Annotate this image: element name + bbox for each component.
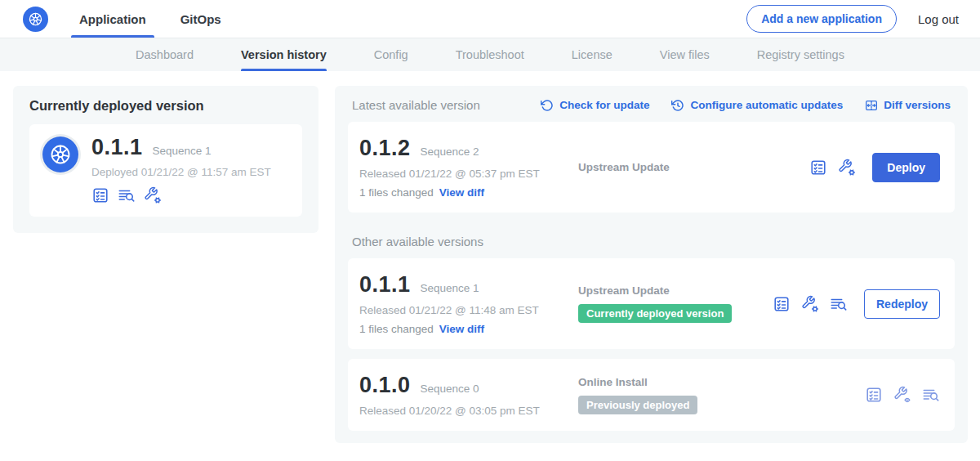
subnav-tab-license[interactable]: License — [572, 38, 612, 71]
version-number: 0.1.2 — [359, 136, 411, 161]
version-row-0-1-0: 0.1.0 Sequence 0 Released 01/20/22 @ 03:… — [348, 359, 955, 431]
currently-deployed-title: Currently deployed version — [29, 98, 302, 114]
deploy-logs-icon[interactable] — [922, 386, 940, 404]
version-sequence: Sequence 2 — [421, 145, 479, 158]
subnav-tab-config[interactable]: Config — [374, 38, 408, 71]
top-header: Application GitOps Add a new application… — [0, 0, 980, 38]
diff-versions-link[interactable]: Diff versions — [865, 99, 951, 112]
config-icon[interactable] — [801, 295, 819, 313]
deploy-button[interactable]: Deploy — [872, 153, 940, 182]
other-available-title: Other available versions — [352, 235, 951, 248]
add-application-button[interactable]: Add a new application — [746, 5, 897, 33]
version-released: Released 01/21/22 @ 05:37 pm EST — [359, 168, 578, 180]
subnav: Dashboard Version history Config Trouble… — [0, 38, 980, 71]
logout-button[interactable]: Log out — [918, 12, 959, 26]
diff-versions-label: Diff versions — [884, 99, 951, 111]
tab-application[interactable]: Application — [79, 0, 146, 38]
version-source: Upstream Update — [578, 284, 773, 297]
version-released: Released 01/21/22 @ 11:48 am EST — [359, 304, 578, 316]
previously-deployed-badge: Previously deployed — [578, 396, 697, 414]
auto-update-icon — [671, 99, 684, 112]
release-notes-icon[interactable] — [865, 386, 883, 404]
currently-deployed-card: Currently deployed version 0.1.1 Sequen — [13, 86, 318, 233]
release-notes-icon[interactable] — [91, 186, 109, 204]
main-content: Currently deployed version 0.1.1 Sequen — [0, 71, 980, 443]
currently-deployed-badge: Currently deployed version — [578, 304, 732, 323]
subnav-tab-registry-settings[interactable]: Registry settings — [757, 38, 844, 71]
files-changed: 1 files changed — [359, 186, 434, 199]
check-for-update-label: Check for update — [559, 99, 649, 111]
version-row-0-1-1: 0.1.1 Sequence 1 Released 01/21/22 @ 11:… — [348, 258, 955, 349]
subnav-tab-troubleshoot[interactable]: Troubleshoot — [456, 38, 524, 71]
diff-icon — [865, 99, 878, 112]
subnav-tab-view-files[interactable]: View files — [660, 38, 710, 71]
kubernetes-logo — [23, 7, 48, 32]
deployed-timestamp: Deployed 01/21/22 @ 11:57 am EST — [91, 166, 271, 178]
latest-available-title: Latest available version — [352, 98, 480, 112]
view-diff-link[interactable]: View diff — [439, 186, 484, 199]
release-notes-icon[interactable] — [809, 159, 827, 177]
deploy-logs-icon[interactable] — [830, 295, 848, 313]
tab-gitops[interactable]: GitOps — [180, 0, 221, 38]
files-changed: 1 files changed — [359, 323, 434, 335]
top-nav: Application GitOps — [79, 0, 221, 38]
version-row-0-1-2: 0.1.2 Sequence 2 Released 01/21/22 @ 05:… — [348, 122, 955, 213]
version-sequence: Sequence 0 — [421, 383, 479, 395]
version-number: 0.1.1 — [359, 272, 411, 298]
configure-automatic-updates-link[interactable]: Configure automatic updates — [671, 99, 843, 112]
refresh-icon — [541, 99, 554, 112]
config-icon[interactable] — [838, 159, 856, 177]
view-diff-link[interactable]: View diff — [439, 323, 484, 335]
config-icon[interactable] — [144, 186, 162, 204]
deploy-logs-icon[interactable] — [118, 186, 136, 204]
version-sequence: Sequence 1 — [421, 282, 479, 294]
check-for-update-link[interactable]: Check for update — [541, 99, 649, 112]
version-source: Upstream Update — [578, 161, 809, 173]
deployed-version-number: 0.1.1 — [91, 135, 143, 160]
subnav-tab-dashboard[interactable]: Dashboard — [136, 38, 194, 71]
redeploy-button[interactable]: Redeploy — [864, 289, 940, 319]
version-history-panel: Latest available version Check for updat… — [335, 86, 968, 443]
app-logo — [42, 137, 78, 172]
version-source: Online Install — [578, 376, 865, 388]
preflight-view-icon[interactable] — [893, 386, 911, 404]
release-notes-icon[interactable] — [773, 295, 791, 313]
deployed-sequence: Sequence 1 — [153, 145, 212, 157]
version-number: 0.1.0 — [359, 373, 411, 398]
configure-automatic-updates-label: Configure automatic updates — [690, 99, 843, 111]
version-released: Released 01/20/22 @ 03:05 pm EST — [359, 405, 578, 417]
subnav-tab-version-history[interactable]: Version history — [241, 38, 327, 71]
currently-deployed-version: 0.1.1 Sequence 1 Deployed 01/21/22 @ 11:… — [29, 124, 302, 217]
